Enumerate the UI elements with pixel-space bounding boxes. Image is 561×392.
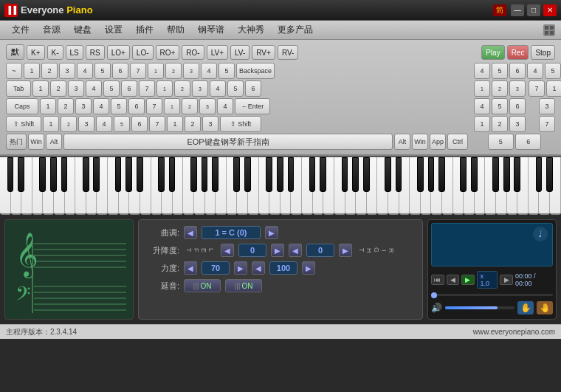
key-backspace[interactable]: Backspace: [236, 63, 275, 79]
key-space[interactable]: EOP键盘钢琴新手指南: [63, 134, 393, 150]
ro-minus-button[interactable]: RO-: [182, 45, 204, 60]
hand1-button[interactable]: ✋: [517, 301, 534, 314]
close-button[interactable]: ✕: [543, 4, 557, 16]
black-key-32[interactable]: [492, 157, 499, 192]
key-m[interactable]: 7: [149, 116, 165, 132]
black-key-8[interactable]: [125, 157, 132, 192]
key-shift-r[interactable]: ⇧ Shift: [220, 116, 261, 132]
key-ctrl-r[interactable]: Ctrl: [447, 134, 468, 150]
key-5[interactable]: 5: [94, 63, 111, 79]
menu-keyboard[interactable]: 键盘: [68, 22, 97, 38]
key-right-arrow[interactable]: ▶: [265, 226, 278, 239]
key-u[interactable]: 7: [139, 80, 155, 97]
nk-5c[interactable]: 5: [492, 98, 508, 114]
nk-4[interactable]: 4: [474, 63, 490, 79]
key-q[interactable]: 1: [32, 80, 49, 97]
key-v[interactable]: 4: [96, 116, 112, 132]
black-key-5[interactable]: [83, 157, 89, 192]
key-o[interactable]: 2: [174, 80, 190, 97]
prev2-button[interactable]: ◀: [447, 275, 460, 285]
rec-button[interactable]: Rec: [507, 45, 529, 60]
black-key-35[interactable]: [536, 157, 543, 192]
menu-masters[interactable]: 大神秀: [232, 22, 270, 38]
black-key-13[interactable]: [202, 157, 208, 192]
volume-bar[interactable]: [445, 306, 514, 309]
ls-button[interactable]: LS: [66, 45, 83, 60]
nk-5[interactable]: 5: [492, 63, 508, 79]
sus-left-toggle[interactable]: ||| ON: [184, 279, 221, 292]
black-key-7[interactable]: [115, 157, 122, 192]
key-g[interactable]: 5: [111, 98, 127, 114]
key-z[interactable]: 1: [43, 116, 59, 132]
hand2-button[interactable]: 🤚: [537, 301, 553, 314]
black-key-11[interactable]: [169, 157, 176, 192]
nk-1[interactable]: 1: [474, 80, 490, 97]
black-key-20[interactable]: [309, 157, 316, 192]
menu-sound[interactable]: 音源: [37, 22, 66, 38]
key-x[interactable]: 2: [61, 116, 77, 132]
key-slash[interactable]: 3: [202, 116, 218, 132]
key-y[interactable]: 6: [121, 80, 137, 97]
key-backslash[interactable]: 6: [245, 80, 261, 97]
nk-5d[interactable]: 5: [488, 134, 514, 150]
nk-3b[interactable]: 3: [539, 98, 555, 114]
key-k[interactable]: 1: [164, 98, 180, 114]
key-i[interactable]: 1: [156, 80, 173, 97]
key-alt-r[interactable]: Alt: [394, 134, 410, 150]
lr-right-arrow[interactable]: ◀: [289, 244, 302, 257]
black-key-36[interactable]: [546, 157, 553, 192]
minimize-button[interactable]: —: [511, 4, 524, 16]
key-3[interactable]: 3: [59, 63, 75, 79]
black-key-12[interactable]: [190, 157, 197, 192]
vel-right-arrow[interactable]: ◀: [252, 261, 265, 275]
lo-plus-button[interactable]: LO+: [107, 45, 130, 60]
k-plus-button[interactable]: K+: [27, 45, 45, 60]
progress-bar[interactable]: [431, 294, 553, 296]
black-key-34[interactable]: [514, 157, 520, 192]
menu-sheet[interactable]: 钢琴谱: [192, 22, 230, 38]
key-j[interactable]: 7: [146, 98, 162, 114]
black-key-30[interactable]: [460, 157, 467, 192]
black-key-28[interactable]: [428, 157, 435, 192]
vel-right-arrow-r[interactable]: ▶: [302, 261, 315, 275]
k-minus-button[interactable]: K-: [47, 45, 63, 60]
black-key-24[interactable]: [363, 157, 370, 192]
key-caps[interactable]: Caps: [6, 98, 38, 114]
key-h[interactable]: 6: [128, 98, 145, 114]
lv-plus-button[interactable]: LV+: [207, 45, 228, 60]
key-bracket-l[interactable]: 4: [210, 80, 226, 97]
key-left-arrow[interactable]: ◀: [184, 226, 197, 239]
lr-left-arrow-r[interactable]: ▶: [271, 244, 284, 257]
key-b[interactable]: 5: [114, 116, 130, 132]
key-s[interactable]: 2: [58, 98, 74, 114]
key-a[interactable]: 1: [40, 98, 56, 114]
key-alt-l[interactable]: Alt: [46, 134, 62, 150]
black-key-3[interactable]: [50, 157, 57, 192]
key-f[interactable]: 4: [93, 98, 109, 114]
lr-left-arrow[interactable]: ◀: [221, 244, 234, 257]
nk-6c[interactable]: 6: [509, 98, 526, 114]
lo-minus-button[interactable]: LO-: [132, 45, 154, 60]
key-tilde[interactable]: ~: [6, 63, 22, 79]
grid-icon[interactable]: [543, 24, 555, 36]
key-p[interactable]: 3: [192, 80, 208, 97]
vel-left-arrow-r[interactable]: ▶: [234, 261, 247, 275]
key-tab[interactable]: Tab: [6, 80, 31, 97]
lang-button[interactable]: 简: [493, 4, 506, 16]
black-key-29[interactable]: [438, 157, 445, 192]
nk-6[interactable]: 6: [509, 63, 526, 79]
prev-button[interactable]: ⏮: [431, 275, 444, 285]
rv-plus-button[interactable]: RV+: [252, 45, 275, 60]
key-equal[interactable]: 5: [218, 63, 235, 79]
ro-plus-button[interactable]: RO+: [156, 45, 180, 60]
nk-5b[interactable]: 5: [545, 63, 561, 79]
key-e[interactable]: 3: [68, 80, 84, 97]
nk-4c[interactable]: 4: [474, 98, 490, 114]
key-app[interactable]: App: [430, 134, 446, 150]
key-bracket-r[interactable]: 5: [227, 80, 244, 97]
menu-help[interactable]: 帮助: [161, 22, 190, 38]
key-l[interactable]: 2: [182, 98, 198, 114]
sus-right-toggle[interactable]: ||| ON: [225, 279, 262, 292]
nk-1c[interactable]: 1: [474, 116, 490, 132]
rv-minus-button[interactable]: RV-: [278, 45, 299, 60]
